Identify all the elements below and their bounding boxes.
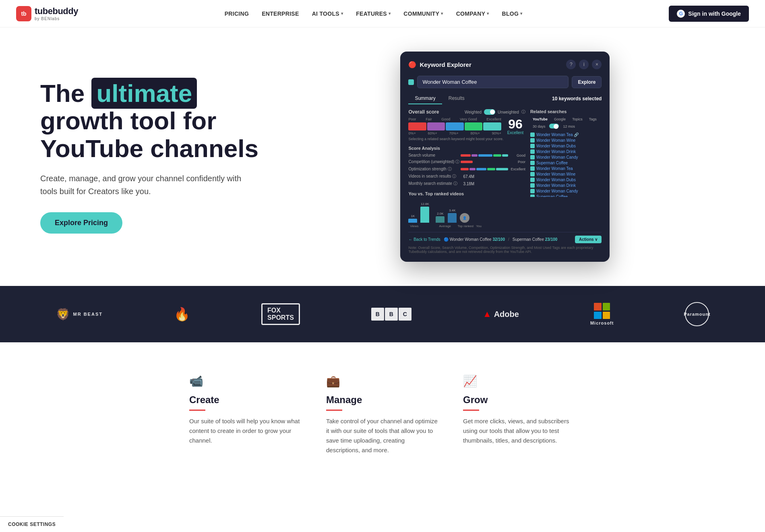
features-caret: ▾: [389, 11, 391, 16]
google-icon: G: [677, 10, 685, 18]
logo[interactable]: tb tubebuddy by BENlabs: [16, 6, 78, 21]
related-tab-12mos[interactable]: 12 mos: [560, 124, 577, 129]
manage-underline: [326, 410, 342, 411]
nav-enterprise[interactable]: ENTERPRISE: [256, 7, 304, 20]
related-item: Wonder Woman Dubs: [530, 144, 603, 148]
features-section: 📹 Create Our suite of tools will help yo…: [0, 342, 765, 487]
widget-note: Note: Overall Score, Search Volume, Comp…: [408, 243, 602, 254]
bar-fair: [427, 122, 445, 130]
community-caret: ▾: [441, 11, 443, 16]
analysis-videos: Videos in search results ⓘ 67.4M: [408, 174, 525, 179]
nav-features[interactable]: FEATURES ▾: [350, 7, 396, 20]
score-bars: [408, 122, 501, 130]
back-to-trends-btn[interactable]: ← Back to Trends: [408, 237, 440, 242]
related-tab-tags[interactable]: Tags: [587, 116, 599, 122]
create-icon: 📹: [189, 375, 302, 388]
related-item: Superman Coffee: [530, 195, 603, 197]
hero-right: 🔴 Keyword Explorer ? i × Wonder Woman Co…: [400, 52, 733, 262]
chart-val-col: 3.4K: [448, 209, 457, 223]
keyword-checkbox[interactable]: [408, 79, 414, 85]
keyword-explore-btn[interactable]: Explore: [572, 76, 602, 88]
explore-pricing-button[interactable]: Explore Pricing: [40, 212, 122, 234]
chart-title: You vs. Top ranked videos: [408, 191, 525, 196]
related-item: Wonder Woman Wine: [530, 138, 603, 143]
nav-company[interactable]: COMPANY ▾: [451, 7, 495, 20]
widget-info-btn[interactable]: i: [579, 60, 589, 69]
nav-blog[interactable]: BLOG ▾: [496, 7, 528, 20]
keyword-input[interactable]: Wonder Woman Coffee: [417, 76, 569, 88]
brand-microsoft: Microsoft: [590, 303, 614, 325]
related-item: Wonder Woman Dubs: [530, 178, 603, 182]
chart-avatar: 👤: [460, 213, 469, 223]
widget-right-panel: Related searches YouTube Google Topics T…: [530, 109, 603, 228]
related-item: Wonder Woman Candy: [530, 155, 603, 159]
brands-section: 🦁 MR BEAST 🔥 FOXSPORTS B B C ▲ Adobe Mic…: [0, 286, 765, 342]
hero-left: The ultimate growth tool forYouTube chan…: [40, 80, 400, 234]
chart-avg-col: 2.0K: [436, 212, 445, 223]
manage-icon: 💼: [326, 375, 439, 388]
manage-title: Manage: [326, 394, 439, 406]
related-item: Wonder Woman Drink: [530, 149, 603, 154]
analysis-monthly: Monthly search estimate ⓘ 3.18M: [408, 181, 525, 186]
period-toggle[interactable]: [549, 124, 559, 128]
hero-subtitle: Create, manage, and grow your channel co…: [40, 172, 250, 198]
grow-icon: 📈: [463, 375, 576, 388]
keywords-selected-count: 10 keywords selected: [552, 96, 602, 101]
score-grade: Excellent: [505, 130, 525, 135]
related-tab-youtube[interactable]: YouTube: [530, 116, 550, 122]
weighted-toggle[interactable]: [484, 109, 495, 115]
score-wonder-woman-coffee: 🔵 Wonder Woman Coffee 32/100: [444, 237, 505, 242]
score-bar-labels: PoorFairGoodVery GoodExcellent: [408, 117, 501, 121]
sign-in-button[interactable]: G Sign in with Google: [669, 6, 749, 22]
score-value: 96: [505, 118, 525, 130]
related-item: Wonder Woman Tea: [530, 166, 603, 171]
create-title: Create: [189, 394, 302, 406]
widget-logo-icon: 🔴: [408, 61, 416, 68]
score-note: Selecting a related search keyword might…: [408, 137, 525, 141]
chart-you-col: 1K: [408, 214, 417, 223]
create-desc: Our suite of tools will help you know wh…: [189, 416, 302, 445]
logo-sub: by BENlabs: [35, 17, 78, 21]
nav-ai-tools[interactable]: AI TOOLS ▾: [306, 7, 349, 20]
related-tab-topics[interactable]: Topics: [570, 116, 585, 122]
widget-title: 🔴 Keyword Explorer: [408, 61, 471, 68]
analysis-title: Score Analysis: [408, 146, 525, 151]
analysis-competition: Competition (unweighted) ⓘ Poor: [408, 159, 525, 165]
widget-help-btn[interactable]: ?: [566, 60, 576, 69]
grow-title: Grow: [463, 394, 576, 406]
bar-excellent: [483, 122, 501, 130]
keyword-explorer-widget: 🔴 Keyword Explorer ? i × Wonder Woman Co…: [400, 52, 610, 262]
score-label-title: Overall score: [408, 109, 439, 115]
related-items-list: Wonder Woman Tea 🔗 Wonder Woman Wine Won…: [530, 132, 603, 197]
related-item: Wonder Woman Wine: [530, 172, 603, 176]
bar-good: [446, 122, 464, 130]
related-item: Wonder Woman Tea 🔗: [530, 132, 603, 137]
feature-grow: 📈 Grow Get more clicks, views, and subsc…: [463, 375, 576, 455]
tab-results[interactable]: Results: [442, 93, 471, 104]
related-tabs: YouTube Google Topics Tags 30 days 12 mo…: [530, 116, 603, 129]
brand-bbc: B B C: [371, 308, 411, 321]
hero-section: The ultimate growth tool forYouTube chan…: [0, 27, 765, 286]
tab-summary[interactable]: Summary: [408, 93, 442, 104]
related-item: Wonder Woman Candy: [530, 189, 603, 193]
toggle-row: Weighted Unweighted ⓘ: [465, 109, 525, 115]
nav-community[interactable]: COMMUNITY ▾: [398, 7, 449, 20]
related-tab-30days[interactable]: 30 days: [530, 124, 548, 129]
unweighted-label: Unweighted: [498, 110, 519, 114]
logo-name: tubebuddy: [35, 6, 78, 17]
related-item: Wonder Woman Drink: [530, 183, 603, 188]
blog-caret: ▾: [520, 11, 522, 16]
overall-score-section: Overall score Weighted Unweighted ⓘ: [408, 109, 525, 141]
hero-prefix: The: [40, 79, 91, 107]
actions-button[interactable]: Actions ∨: [575, 236, 602, 243]
related-tab-google[interactable]: Google: [552, 116, 568, 122]
brand-mm: 🔥: [174, 306, 190, 322]
nav-pricing[interactable]: PRICING: [219, 7, 254, 20]
widget-close-btn[interactable]: ×: [592, 60, 602, 69]
nav-links: PRICING ENTERPRISE AI TOOLS ▾ FEATURES ▾…: [219, 7, 528, 20]
chart-section: You vs. Top ranked videos 1K 12.8K: [408, 191, 525, 228]
widget-header-actions: ? i ×: [566, 60, 602, 69]
brand-fox-sports: FOXSPORTS: [261, 303, 300, 325]
bar-poor: [408, 122, 426, 130]
score-label-row: Overall score Weighted Unweighted ⓘ: [408, 109, 525, 115]
